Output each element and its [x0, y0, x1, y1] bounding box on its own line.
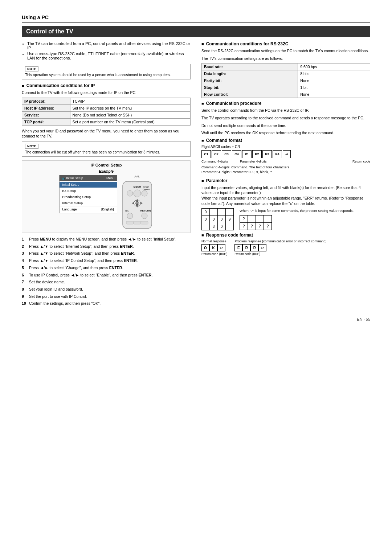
comm-procedure-title: Communication procedure: [201, 101, 370, 106]
table-row: 0 0 0 9: [202, 216, 234, 223]
cmd-box-c4: C4: [232, 150, 241, 158]
baud-table: Baud rate: 9,600 bps Data length: 8 bits…: [201, 63, 370, 98]
menu-label: Menu: [106, 176, 115, 180]
tv-menu-top: 📺 Initial Setup Menu: [60, 175, 117, 181]
host-ip-label: Host IP address:: [22, 104, 70, 111]
normal-response-box: Normal response O K ↵ Return code (0DH): [201, 239, 227, 256]
menu-item-internet: Internet Setup: [60, 200, 117, 206]
p-cell-empty: [218, 209, 226, 216]
svg-point-5: [134, 190, 141, 197]
step-3: 3 Press ▲/▼ to select "Network Setup", a…: [22, 251, 191, 256]
baud-rate-value: 9,600 bps: [298, 63, 370, 70]
step-8-text: Set your login ID and password.: [29, 287, 83, 292]
q-cell-empty: [248, 215, 256, 222]
tcp-port-value: Set a port number on the TV menu (Contro…: [70, 118, 190, 125]
lang-label: Language: [62, 208, 77, 211]
note-label-1: NOTE: [25, 66, 38, 71]
p-cell: 9: [226, 216, 234, 223]
problem-return-label: Return code (0DH): [234, 252, 326, 256]
tv-menu-screen: 📺 Initial Setup Menu Initial Setup EZ Se…: [59, 175, 117, 213]
cmd-label-parameter: Parameter 4-digits: [240, 160, 269, 163]
step-8: 8 Set your login ID and password.: [22, 287, 191, 292]
err-box-r2: R: [250, 244, 258, 251]
numbered-steps: 1 Press MENU to display the MENU screen,…: [22, 237, 191, 306]
q-cell: ?: [240, 215, 248, 222]
table-row: 0: [202, 209, 234, 216]
ip-control-setup-header: IP Control Setup: [25, 163, 187, 167]
remote-control-area: AAL MENU Smart Central: [121, 175, 154, 230]
svg-text:Smart: Smart: [143, 186, 149, 188]
page-footer: EN · 55: [22, 317, 370, 321]
note-text-1: This operation system should be used by …: [25, 73, 187, 77]
step-6: 6 To use IP Control, press ◄/► to select…: [22, 272, 191, 278]
bullet-1: The TV can be controlled from a PC, cont…: [27, 41, 191, 50]
cmd-return-symbol: ↵: [283, 150, 291, 158]
comm-proc-text4: Wait until the PC receives the OK respon…: [201, 130, 370, 136]
p-cell-empty: [210, 209, 218, 216]
service-value: None (Do not select Telnet or SSH): [70, 111, 190, 118]
step-10-text: Confirm the settings, and then press "OK…: [29, 301, 101, 306]
table-row: Data length: 8 bits: [202, 70, 370, 77]
lang-value: [English]: [101, 208, 114, 211]
p-cell: 0: [218, 216, 226, 223]
step-4: 4 Press ▲/▼ to select "IP Control Setup"…: [22, 258, 191, 263]
svg-text:Central: Central: [143, 188, 150, 190]
remote-control-svg: MENU Smart Central: [121, 180, 154, 230]
step-9-text: Set the port to use with IP Control.: [29, 294, 87, 299]
param-when-q: When "?" is input for some commands, the…: [240, 208, 370, 213]
ok-box-k: K: [209, 244, 217, 251]
note-label-2: NOTE: [25, 144, 38, 149]
data-length-label: Data length:: [202, 70, 298, 77]
menu-item-initial-setup-h: Initial Setup: [60, 182, 117, 188]
svg-point-4: [127, 190, 133, 196]
right-column: Communication conditions for RS-232C Sen…: [201, 41, 370, 310]
p-cell: 0: [202, 216, 210, 223]
note-box-2: NOTE The connection will be cut off when…: [22, 141, 191, 157]
step-10: 10 Confirm the settings, and then press …: [22, 301, 191, 306]
stop-bit-label: Stop bit:: [202, 84, 298, 91]
step-7: 7 Set the device name.: [22, 279, 191, 285]
stop-bit-value: 1 bit: [298, 84, 370, 91]
problem-response-box: Problem response (communication error or…: [234, 239, 326, 256]
tv-ui-container: 📺 Initial Setup Menu Initial Setup EZ Se…: [25, 175, 187, 230]
err-box-r1: R: [242, 244, 250, 251]
table-row: Host IP address: Set the IP address on t…: [22, 104, 191, 111]
table-row: IP protocol: TCP/IP: [22, 98, 191, 104]
cmd-note-1: Command 4-digits: Command. The text of f…: [201, 165, 370, 169]
p-cell: 0: [218, 223, 226, 230]
left-column: The TV can be controlled from a PC, cont…: [22, 41, 191, 310]
using-pc-title: Using a PC: [22, 15, 370, 22]
cmd-box-c3: C3: [222, 150, 231, 158]
cmd-box-p2: P2: [252, 150, 262, 158]
parity-bit-value: None: [298, 77, 370, 84]
cmd-label-return: Return code: [269, 160, 370, 163]
q-cell: ?: [240, 222, 248, 230]
p-cell: 0: [210, 216, 218, 223]
p-cell: 0: [202, 209, 210, 216]
cmd-label-command: Command 4-digits: [201, 160, 240, 163]
menu-item-broadcasting: Broadcasting Setup: [60, 194, 117, 200]
table-row: Parity bit: None: [202, 77, 370, 84]
q-cell: ?: [256, 222, 264, 230]
tv-menu-items: Initial Setup EZ Setup Broadcasting Setu…: [60, 181, 117, 213]
aal-label: AAL: [134, 175, 140, 178]
ip-control-setup: IP Control Setup Example 📺 Initial Setup…: [22, 160, 191, 233]
baud-rate-label: Baud rate:: [202, 63, 298, 70]
cmd-box-c2: C2: [212, 150, 221, 158]
normal-return-label: Return code (0DH): [201, 252, 227, 256]
param-tables-left: 0 0 0 0 9 – 3: [201, 208, 234, 230]
host-ip-value: Set the IP address on the TV menu: [70, 104, 190, 111]
svg-text:MENU: MENU: [133, 185, 141, 188]
ip-protocol-label: IP protocol:: [22, 98, 70, 104]
ok-box-return: ↵: [217, 244, 225, 251]
svg-point-17: [142, 213, 147, 219]
table-row: Baud rate: 9,600 bps: [202, 63, 370, 70]
comm-ip-title: Communication conditions for IP: [22, 83, 191, 88]
note-text-2: The connection will be cut off when ther…: [25, 150, 187, 154]
svg-rect-20: [141, 221, 148, 224]
parity-bit-label: Parity bit:: [202, 77, 298, 84]
tcp-port-label: TCP port#:: [22, 118, 70, 125]
step-1: 1 Press MENU to display the MENU screen,…: [22, 237, 191, 242]
table-row: – 3 0: [202, 223, 234, 230]
flow-control-value: None: [298, 91, 370, 98]
